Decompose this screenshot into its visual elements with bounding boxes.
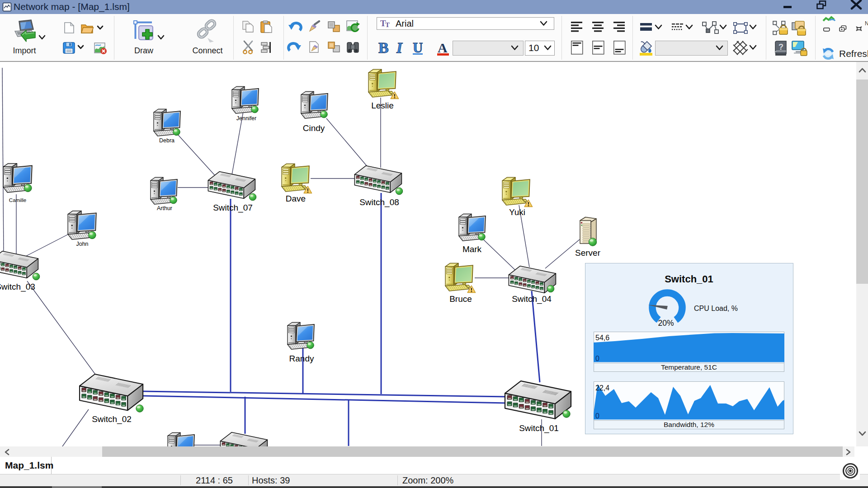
svg-text:Bandwidth, 12%: Bandwidth, 12% [664,421,714,428]
svg-text:Cindy: Cindy [303,123,325,133]
svg-text:Leslie: Leslie [371,101,394,110]
svg-text:Randy: Randy [289,354,314,363]
svg-text:A: A [438,40,448,55]
svg-text:U: U [413,40,423,56]
svg-text:Switch_03: Switch_03 [0,282,35,292]
svg-text:Switch_01: Switch_01 [519,423,559,433]
svg-text:Temperature, 51C: Temperature, 51C [661,363,717,371]
svg-text:Arthur: Arthur [157,205,172,211]
svg-text:Server: Server [575,248,601,258]
svg-text:Mark: Mark [462,244,482,254]
svg-text:?: ? [778,42,783,52]
svg-text:Switch_02: Switch_02 [92,414,132,424]
svg-text:Yuki: Yuki [509,207,525,217]
svg-text:John: John [76,241,88,247]
svg-text:CPU Load, %: CPU Load, % [694,305,738,312]
svg-text:I: I [396,40,403,56]
svg-text:Switch_07: Switch_07 [213,203,253,213]
svg-text:54,6: 54,6 [595,334,609,342]
svg-text:22,4: 22,4 [595,384,609,392]
svg-text:20%: 20% [658,319,674,328]
svg-text:Debra: Debra [159,137,175,144]
svg-text:B: B [378,39,389,56]
svg-text:Switch_01: Switch_01 [665,273,713,285]
svg-text:0: 0 [595,412,599,420]
svg-text:Switch_08: Switch_08 [359,197,399,207]
svg-text:T: T [385,21,390,28]
svg-text:Bruce: Bruce [449,294,472,304]
svg-text:0: 0 [595,355,599,362]
svg-text:Jennifer: Jennifer [236,115,256,122]
svg-text:Camille: Camille [9,197,26,203]
svg-text:Switch_04: Switch_04 [512,294,552,304]
svg-text:Dave: Dave [286,194,306,203]
